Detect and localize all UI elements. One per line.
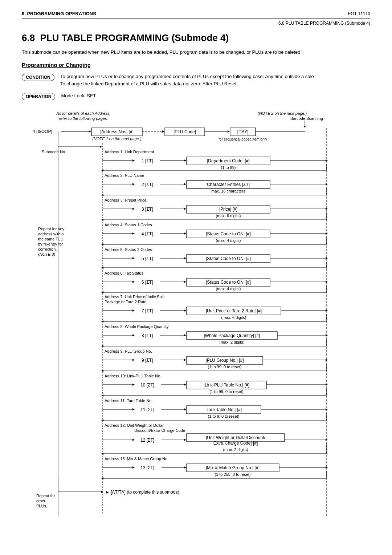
svg-text:Discount/Extra Charge Code: Discount/Extra Charge Code xyxy=(134,428,185,433)
svg-text:|Link-PLU Table No.| [#]: |Link-PLU Table No.| [#] xyxy=(204,382,249,388)
page: 6. PROGRAMMING OPERATIONS EO1-11110 6.8 … xyxy=(0,0,392,555)
svg-marker-109 xyxy=(184,281,186,283)
svg-text:As for details of each Address: As for details of each Address, xyxy=(56,111,111,116)
svg-text:9  [ΣT]: 9 [ΣT] xyxy=(142,358,153,363)
svg-text:|Unit Weight or DollarDiscount: |Unit Weight or DollarDiscount/ xyxy=(206,435,265,440)
svg-text:Submode No.: Submode No. xyxy=(42,150,66,154)
svg-marker-180 xyxy=(184,408,186,410)
svg-marker-174 xyxy=(101,394,103,397)
svg-marker-21 xyxy=(303,129,305,131)
svg-text:(max. 6 digits): (max. 6 digits) xyxy=(221,315,246,320)
svg-text:Address 3: Preset Price: Address 3: Preset Price xyxy=(105,198,147,202)
svg-text:Address 6: Tax Status: Address 6: Tax Status xyxy=(105,271,143,275)
svg-text:|Unit Price or Tare 2 Rate| [#: |Unit Price or Tare 2 Rate| [#] xyxy=(206,308,262,313)
svg-text:Address 9: PLU Group No.: Address 9: PLU Group No. xyxy=(105,349,152,353)
svg-text:Address 5: Status 2 Codes: Address 5: Status 2 Codes xyxy=(105,247,152,252)
svg-marker-163 xyxy=(132,384,135,386)
condition-text: To program new PLUs or to change any pro… xyxy=(60,73,314,88)
svg-text:Address 2: PLU Name: Address 2: PLU Name xyxy=(105,173,144,178)
svg-marker-135 xyxy=(132,334,135,336)
svg-marker-207 xyxy=(132,466,135,469)
svg-text:Repeat for: Repeat for xyxy=(36,494,55,498)
svg-text:|Whole Package Quantity| [#]: |Whole Package Quantity| [#] xyxy=(204,333,260,338)
svg-text:|Status Code to ON| [#]: |Status Code to ON| [#] xyxy=(206,231,251,236)
svg-text:(max. 2 digits): (max. 2 digits) xyxy=(223,447,248,452)
svg-text:Address 13: Mix & Match Group : Address 13: Mix & Match Group No. xyxy=(105,457,168,461)
svg-marker-195 xyxy=(184,439,186,441)
svg-text:10  [ΣT]: 10 [ΣT] xyxy=(140,382,154,388)
svg-text:(1 to 99): (1 to 99) xyxy=(221,165,236,170)
svg-text:(NOTE 3): (NOTE 3) xyxy=(38,252,55,256)
svg-text:(1 to 99;  0 to reset): (1 to 99; 0 to reset) xyxy=(210,389,244,394)
svg-text:|PLU Code|: |PLU Code| xyxy=(173,129,196,134)
svg-marker-48 xyxy=(184,183,186,185)
svg-marker-12 xyxy=(162,130,164,133)
svg-marker-79 xyxy=(132,232,135,235)
svg-marker-121 xyxy=(132,309,135,312)
svg-marker-31 xyxy=(132,159,135,162)
svg-text:Extra Charge Code| [#]: Extra Charge Code| [#] xyxy=(213,441,258,446)
svg-text:by re-entry for: by re-entry for xyxy=(38,242,63,246)
svg-marker-96 xyxy=(184,257,186,259)
svg-text:(1 to 9;  0 to reset): (1 to 9; 0 to reset) xyxy=(208,414,240,418)
svg-text:[ΠΛΥ]: [ΠΛΥ] xyxy=(237,129,248,134)
svg-text:correction.: correction. xyxy=(38,247,57,251)
svg-text:2  [ΣT]: 2 [ΣT] xyxy=(142,182,153,187)
svg-text:Address 12:  Unit Weight or Do: Address 12: Unit Weight or Dollar xyxy=(105,423,164,428)
svg-text:the same PLU: the same PLU xyxy=(38,237,64,241)
svg-marker-8 xyxy=(89,130,91,133)
operation-row: OPERATION Mode Lock: SET xyxy=(22,92,370,100)
svg-marker-17 xyxy=(228,130,230,133)
svg-text:other: other xyxy=(36,499,45,503)
subsection-title: Programming or Changing xyxy=(22,62,370,68)
svg-text:7  [ΣT]: 7 [ΣT] xyxy=(142,308,153,313)
condition-row: CONDITION To program new PLUs or to chan… xyxy=(22,73,370,88)
svg-text:|Status Code to ON| [#]: |Status Code to ON| [#] xyxy=(206,256,251,261)
svg-text:|Tare Table No.| [#]: |Tare Table No.| [#] xyxy=(205,407,242,412)
svg-text:11  [ΣT]: 11 [ΣT] xyxy=(140,407,154,412)
section-title: 6.8 PLU TABLE PROGRAMMING (Submode 4) xyxy=(22,32,370,44)
svg-marker-45 xyxy=(132,183,135,185)
svg-marker-210 xyxy=(184,466,186,469)
svg-text:4  [ΣT]: 4 [ΣT] xyxy=(142,231,153,236)
svg-marker-62 xyxy=(184,208,186,210)
svg-text:(NOTE 1 on the next page.): (NOTE 1 on the next page.) xyxy=(92,137,141,141)
svg-text:(max. 4 digits): (max. 4 digits) xyxy=(216,238,241,243)
svg-marker-82 xyxy=(184,232,186,235)
svg-text:(1 to 99;  0 to reset): (1 to 99; 0 to reset) xyxy=(208,365,242,369)
svg-text:5  [ΣT]: 5 [ΣT] xyxy=(142,256,153,261)
svg-text:|Status Code to ON| [#]: |Status Code to ON| [#] xyxy=(206,280,251,285)
svg-marker-106 xyxy=(132,281,135,283)
svg-marker-59 xyxy=(132,208,135,210)
svg-text:13  [ΣT]: 13 [ΣT] xyxy=(140,465,154,470)
svg-text:max. 16 characters: max. 16 characters xyxy=(211,189,245,193)
intro-text: This submode can be operated when new PL… xyxy=(22,49,370,56)
svg-marker-149 xyxy=(132,359,135,361)
svg-marker-27 xyxy=(100,146,102,148)
svg-text:Repeat for any: Repeat for any xyxy=(38,227,65,231)
svg-text:Address 1: Link Department: Address 1: Link Department xyxy=(105,150,154,154)
svg-marker-34 xyxy=(184,159,186,162)
svg-text:(max. 2 digits): (max. 2 digits) xyxy=(219,340,244,344)
svg-text:|Department Code| [#]: |Department Code| [#] xyxy=(207,158,250,163)
svg-text:3  [ΣT]: 3 [ΣT] xyxy=(142,207,153,212)
operation-badge: OPERATION xyxy=(22,93,55,100)
svg-text:Address 4: Status 1 Codes: Address 4: Status 1 Codes xyxy=(105,223,152,227)
svg-text:6  [ΣT]: 6 [ΣT] xyxy=(142,280,153,285)
svg-marker-192 xyxy=(132,439,135,441)
svg-text:(1 to 255;  0 to reset): (1 to 255; 0 to reset) xyxy=(215,472,250,477)
sub-header-text: 6.8 PLU TABLE PROGRAMMING (Submode 4) xyxy=(278,21,370,26)
svg-text:PLUs.: PLUs. xyxy=(36,504,47,508)
svg-text:|Mix & Match Group No.| [#]: |Mix & Match Group No.| [#] xyxy=(206,465,260,470)
svg-marker-93 xyxy=(132,257,135,259)
svg-text:|PLU Group No.| [#]: |PLU Group No.| [#] xyxy=(206,358,244,363)
svg-marker-166 xyxy=(184,384,186,386)
svg-text:1  [ΣT]: 1 [ΣT] xyxy=(142,158,153,163)
svg-text:refer to the following pages.: refer to the following pages. xyxy=(59,116,108,121)
svg-text:(NOTE 2 on the next page.): (NOTE 2 on the next page.) xyxy=(258,111,307,116)
svg-text:4 [≡/ΦOP]: 4 [≡/ΦOP] xyxy=(33,129,52,134)
svg-text:for sequential-coded item only: for sequential-coded item only xyxy=(219,137,267,141)
condition-badge: CONDITION xyxy=(22,74,54,81)
svg-text:Address 11:  Tare Table No.: Address 11: Tare Table No. xyxy=(105,398,152,403)
header-bar: 6. PROGRAMMING OPERATIONS EO1-11110 xyxy=(22,11,370,19)
